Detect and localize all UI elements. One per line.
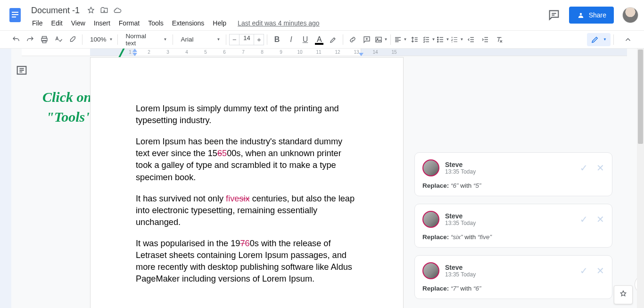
- accept-suggestion-icon[interactable]: ✓: [580, 265, 588, 276]
- svg-point-10: [438, 39, 438, 40]
- star-icon[interactable]: [86, 6, 96, 15]
- line-spacing-button[interactable]: [408, 33, 421, 46]
- svg-point-11: [438, 41, 438, 42]
- menu-insert[interactable]: Insert: [90, 17, 114, 29]
- vertical-ruler[interactable]: [0, 49, 11, 308]
- toolbar-separator: [267, 34, 267, 45]
- ruler-tick: 5: [204, 50, 207, 55]
- toolbar-separator: [390, 34, 391, 45]
- last-edit-link[interactable]: Last edit was 4 minutes ago: [238, 19, 320, 27]
- font-size-increase[interactable]: +: [254, 34, 264, 45]
- menubar: File Edit View Insert Format Tools Exten…: [28, 17, 547, 29]
- document-title[interactable]: Document -1: [28, 6, 83, 16]
- align-button[interactable]: ▼: [394, 33, 407, 46]
- app-header: Document -1 File Edit View Insert Format…: [0, 0, 644, 30]
- suggestion-card[interactable]: Steve13:35 Today✓✕Replace: “6” with “5”: [414, 152, 612, 196]
- redo-button[interactable]: [24, 33, 37, 46]
- toolbar: 100%▼ Normal text▼ Arial▼ − 14 + B I U A…: [0, 30, 644, 49]
- svg-rect-1: [12, 12, 18, 13]
- font-family-select[interactable]: Arial▼: [176, 36, 223, 43]
- annotation-text: Click on "Tools": [42, 87, 93, 127]
- suggestion-time: 13:35 Today: [445, 271, 476, 278]
- suggestion-avatar: [422, 262, 439, 279]
- checklist-button[interactable]: ▼: [422, 33, 435, 46]
- menu-file[interactable]: File: [28, 17, 47, 29]
- paragraph[interactable]: It was popularised in the 19760s with th…: [136, 238, 358, 285]
- explore-button[interactable]: [614, 285, 633, 304]
- reject-suggestion-icon[interactable]: ✕: [596, 265, 604, 276]
- paragraph[interactable]: It has survived not only fivesix centuri…: [136, 193, 358, 228]
- ruler-tick: 3: [166, 50, 169, 55]
- reject-suggestion-icon[interactable]: ✕: [596, 162, 604, 174]
- indent-decrease-button[interactable]: [464, 33, 478, 46]
- undo-button[interactable]: [9, 33, 23, 46]
- share-label: Share: [589, 11, 606, 19]
- outline-toggle-icon[interactable]: [15, 64, 28, 77]
- add-comment-button[interactable]: [360, 33, 373, 46]
- cloud-status-icon[interactable]: [113, 6, 122, 15]
- clear-formatting-button[interactable]: [493, 33, 506, 46]
- suggestion-card[interactable]: Steve13:35 Today✓✕Replace: “six” with “f…: [414, 204, 612, 248]
- toolbar-separator: [82, 34, 83, 45]
- ruler-tick: 10: [297, 50, 302, 55]
- suggestion-card[interactable]: Steve13:35 Today✓✕Replace: “7” with “6”: [414, 255, 612, 299]
- reject-suggestion-icon[interactable]: ✕: [596, 214, 604, 225]
- ruler-tick: 6: [223, 50, 226, 55]
- insert-image-button[interactable]: ▼: [374, 33, 388, 46]
- insert-link-button[interactable]: [346, 33, 359, 46]
- editing-mode-button[interactable]: ▼: [587, 33, 611, 46]
- underline-button[interactable]: U: [298, 33, 312, 46]
- paragraph[interactable]: Lorem Ipsum is simply dummy text of the …: [136, 103, 358, 126]
- paint-format-button[interactable]: [66, 33, 79, 46]
- font-size-decrease[interactable]: −: [229, 34, 239, 45]
- document-page[interactable]: Lorem Ipsum is simply dummy text of the …: [90, 57, 404, 308]
- svg-rect-6: [42, 40, 46, 42]
- ruler-tick: 4: [185, 50, 188, 55]
- indent-increase-button[interactable]: [479, 33, 492, 46]
- scrollbar-thumb[interactable]: [638, 50, 643, 144]
- toolbar-separator: [173, 34, 173, 45]
- menu-extensions[interactable]: Extensions: [168, 17, 208, 29]
- menu-edit[interactable]: Edit: [48, 17, 66, 29]
- paragraph-style-select[interactable]: Normal text▼: [121, 33, 170, 47]
- italic-button[interactable]: I: [284, 33, 297, 46]
- print-button[interactable]: [38, 33, 51, 46]
- ruler-tick: 11: [316, 50, 321, 55]
- ruler-tick: 14: [372, 50, 378, 55]
- suggestion-body: Replace: “7” with “6”: [422, 285, 604, 292]
- menu-view[interactable]: View: [67, 17, 89, 29]
- numbered-list-button[interactable]: ▼: [450, 33, 463, 46]
- share-button[interactable]: Share: [569, 7, 614, 24]
- menu-format[interactable]: Format: [115, 17, 143, 29]
- menu-help[interactable]: Help: [209, 17, 230, 29]
- font-size-group: − 14 +: [229, 34, 264, 45]
- vertical-scrollbar[interactable]: [637, 49, 644, 308]
- font-size-input[interactable]: 14: [239, 34, 254, 45]
- bulleted-list-button[interactable]: ▼: [436, 33, 449, 46]
- ruler-tick: 8: [261, 50, 264, 55]
- menu-tools[interactable]: Tools: [144, 17, 167, 29]
- account-avatar[interactable]: [622, 7, 638, 23]
- spellcheck-button[interactable]: [52, 33, 65, 46]
- accept-suggestion-icon[interactable]: ✓: [580, 162, 588, 174]
- bold-button[interactable]: B: [270, 33, 283, 46]
- svg-rect-7: [376, 37, 381, 42]
- hide-menus-button[interactable]: [621, 33, 635, 46]
- text-color-button[interactable]: A: [313, 33, 326, 46]
- suggestion-avatar: [422, 159, 439, 176]
- move-icon[interactable]: [99, 6, 109, 15]
- comment-history-icon[interactable]: [547, 8, 561, 22]
- ruler-tick: 2: [148, 50, 150, 55]
- docs-logo[interactable]: [6, 4, 25, 26]
- suggestion-body: Replace: “six” with “five”: [422, 233, 604, 241]
- svg-rect-2: [12, 14, 18, 15]
- accept-suggestion-icon[interactable]: ✓: [580, 214, 588, 225]
- highlight-color-button[interactable]: [327, 33, 340, 46]
- suggestion-user: Steve: [445, 264, 476, 271]
- zoom-select[interactable]: 100%▼: [85, 36, 115, 43]
- ruler-tick: 12: [335, 50, 340, 55]
- paragraph[interactable]: Lorem Ipsum has been the industry's stan…: [136, 136, 358, 183]
- horizontal-ruler[interactable]: 123456789101112131415: [22, 49, 627, 56]
- svg-rect-3: [12, 17, 16, 17]
- workspace: 123456789101112131415 Click on "Tools" L…: [0, 49, 644, 308]
